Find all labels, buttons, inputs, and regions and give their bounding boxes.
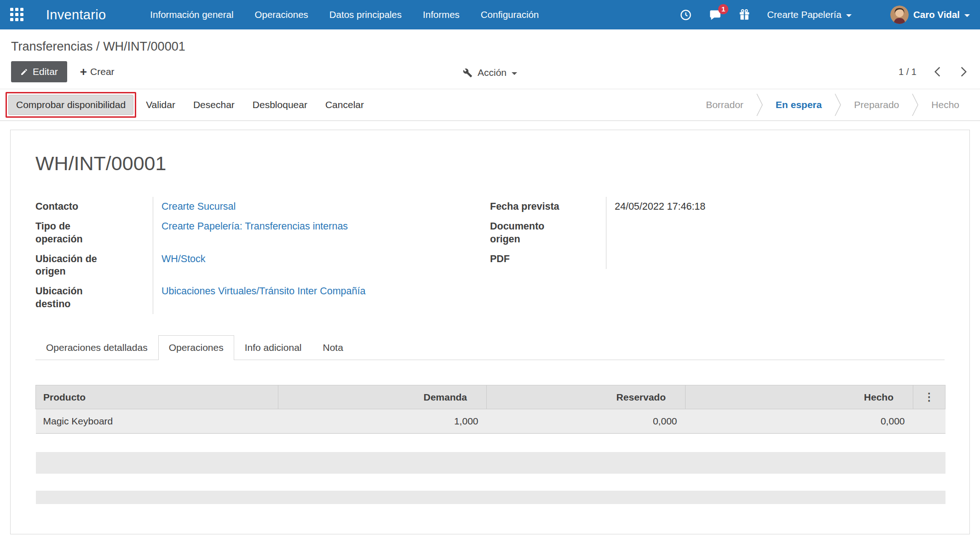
top-navbar: Inventario Información general Operacion… bbox=[0, 0, 980, 29]
column-header-hecho[interactable]: Hecho bbox=[686, 385, 913, 409]
field-groups: Contacto Crearte Sucursal Tipo de operac… bbox=[35, 197, 945, 314]
menu-configuracion[interactable]: Configuración bbox=[481, 9, 539, 20]
empty-row bbox=[36, 474, 945, 491]
breadcrumb: Transferencias / WH/INT/00001 bbox=[0, 29, 980, 57]
app-title[interactable]: Inventario bbox=[46, 7, 106, 23]
record-title: WH/INT/00001 bbox=[35, 152, 945, 175]
column-header-demanda[interactable]: Demanda bbox=[278, 385, 487, 409]
scrap-button[interactable]: Desechar bbox=[193, 99, 235, 110]
user-name: Caro Vidal bbox=[913, 9, 960, 20]
field-contacto: Contacto Crearte Sucursal bbox=[35, 197, 435, 217]
chevron-down-icon bbox=[512, 72, 517, 75]
field-tipo-operacion: Tipo de operación Crearte Papelería: Tra… bbox=[35, 217, 435, 249]
optional-columns-toggle[interactable]: ⋮ bbox=[913, 385, 945, 409]
tab-info-adicional[interactable]: Info adicional bbox=[234, 335, 312, 360]
plus-icon: + bbox=[80, 67, 87, 76]
stage-preparado[interactable]: Preparado bbox=[842, 99, 911, 110]
stage-en-espera[interactable]: En espera bbox=[763, 99, 834, 110]
user-menu[interactable]: Caro Vidal bbox=[890, 6, 970, 24]
field-label: Contacto bbox=[35, 201, 115, 213]
edit-button[interactable]: Editar bbox=[11, 61, 67, 82]
activities-clock-icon[interactable] bbox=[680, 9, 692, 21]
validate-button[interactable]: Validar bbox=[146, 99, 175, 110]
fecha-prevista-value: 24/05/2022 17:46:18 bbox=[615, 201, 705, 212]
field-fecha-prevista: Fecha prevista 24/05/2022 17:46:18 bbox=[490, 197, 945, 217]
chevron-right-icon bbox=[960, 66, 967, 77]
tab-operaciones-detalladas[interactable]: Operaciones detalladas bbox=[35, 335, 158, 360]
stage-hecho[interactable]: Hecho bbox=[919, 99, 972, 110]
field-label: Ubicación destino bbox=[35, 285, 115, 310]
table-header-row: Producto Demanda Reservado Hecho ⋮ bbox=[36, 385, 945, 409]
control-panel: Editar + Crear Acción 1 / 1 bbox=[0, 57, 980, 89]
navbar-systray: 1 Crearte Papelería bbox=[680, 6, 970, 24]
check-availability-button[interactable]: Comprobar disponibilidad bbox=[8, 95, 133, 115]
table-row[interactable]: Magic Keyboard 1,000 0,000 0,000 bbox=[36, 409, 945, 434]
avatar bbox=[890, 6, 909, 24]
ubicacion-destino-link[interactable]: Ubicaciones Virtuales/Tránsito Inter Com… bbox=[161, 286, 365, 297]
apps-menu-icon[interactable] bbox=[10, 8, 24, 22]
stage-pipeline: Borrador En espera Preparado Hecho bbox=[693, 93, 972, 117]
cancel-button[interactable]: Cancelar bbox=[325, 99, 364, 110]
field-pdf: PDF bbox=[490, 249, 945, 269]
pager: 1 / 1 bbox=[899, 64, 969, 79]
cell-demanda: 1,000 bbox=[278, 409, 487, 434]
pager-next-button[interactable] bbox=[958, 64, 969, 79]
empty-row bbox=[36, 491, 945, 504]
breadcrumb-separator: / bbox=[96, 40, 100, 53]
menu-datos-principales[interactable]: Datos principales bbox=[329, 9, 402, 20]
cell-hecho: 0,000 bbox=[686, 409, 913, 434]
breadcrumb-current: WH/INT/00001 bbox=[103, 40, 185, 53]
form-sheet: WH/INT/00001 Contacto Crearte Sucursal T… bbox=[10, 130, 970, 534]
field-group-right: Fecha prevista 24/05/2022 17:46:18 Docum… bbox=[490, 197, 945, 314]
wrench-icon bbox=[463, 68, 473, 78]
statusbar: Comprobar disponibilidad Validar Desecha… bbox=[0, 89, 980, 121]
empty-row bbox=[36, 434, 945, 452]
tab-nota[interactable]: Nota bbox=[312, 335, 354, 360]
main-menu: Información general Operaciones Datos pr… bbox=[150, 9, 539, 20]
menu-informes[interactable]: Informes bbox=[423, 9, 460, 20]
field-label: Fecha prevista bbox=[490, 201, 569, 213]
highlight-box: Comprobar disponibilidad bbox=[6, 92, 136, 118]
pager-previous-button[interactable] bbox=[932, 64, 943, 79]
company-switcher[interactable]: Crearte Papelería bbox=[767, 9, 852, 20]
field-label: PDF bbox=[490, 253, 569, 265]
chevron-down-icon bbox=[846, 14, 852, 17]
chevron-down-icon bbox=[964, 14, 970, 17]
empty-row bbox=[36, 452, 945, 474]
column-header-producto[interactable]: Producto bbox=[36, 385, 278, 409]
unlock-button[interactable]: Desbloquear bbox=[253, 99, 307, 110]
action-menu[interactable]: Acción bbox=[463, 67, 517, 78]
cell-producto: Magic Keyboard bbox=[36, 409, 278, 434]
cell-reservado: 0,000 bbox=[487, 409, 686, 434]
column-header-reservado[interactable]: Reservado bbox=[487, 385, 686, 409]
field-documento-origen: Documento origen bbox=[490, 217, 945, 249]
messages-icon[interactable]: 1 bbox=[709, 9, 722, 21]
pencil-icon bbox=[20, 68, 28, 76]
field-ubicacion-destino: Ubicación destino Ubicaciones Virtuales/… bbox=[35, 281, 435, 314]
tab-operaciones[interactable]: Operaciones bbox=[158, 335, 234, 360]
stage-separator bbox=[834, 93, 842, 117]
breadcrumb-parent[interactable]: Transferencias bbox=[11, 40, 93, 53]
operations-table: Producto Demanda Reservado Hecho ⋮ Magic… bbox=[35, 385, 945, 504]
tipo-operacion-link[interactable]: Crearte Papelería: Transferencias intern… bbox=[161, 221, 348, 232]
field-ubicacion-origen: Ubicación de origen WH/Stock bbox=[35, 249, 435, 282]
contacto-link[interactable]: Crearte Sucursal bbox=[161, 201, 236, 212]
field-label: Ubicación de origen bbox=[35, 253, 115, 278]
notebook-tabs: Operaciones detalladas Operaciones Info … bbox=[35, 335, 945, 360]
company-name: Crearte Papelería bbox=[767, 9, 842, 20]
menu-operaciones[interactable]: Operaciones bbox=[255, 9, 308, 20]
stage-separator bbox=[911, 93, 919, 117]
pager-value: 1 / 1 bbox=[899, 67, 917, 77]
create-button[interactable]: + Crear bbox=[80, 66, 115, 77]
gift-icon[interactable] bbox=[738, 9, 750, 21]
kebab-icon: ⋮ bbox=[924, 391, 934, 403]
ubicacion-origen-link[interactable]: WH/Stock bbox=[161, 253, 206, 264]
stage-separator bbox=[756, 93, 763, 117]
chevron-left-icon bbox=[934, 66, 941, 77]
field-label: Documento origen bbox=[490, 220, 569, 246]
field-group-left: Contacto Crearte Sucursal Tipo de operac… bbox=[35, 197, 435, 314]
menu-informacion-general[interactable]: Información general bbox=[150, 9, 233, 20]
field-label: Tipo de operación bbox=[35, 220, 115, 246]
stage-borrador[interactable]: Borrador bbox=[693, 99, 756, 110]
messages-badge: 1 bbox=[718, 4, 728, 14]
